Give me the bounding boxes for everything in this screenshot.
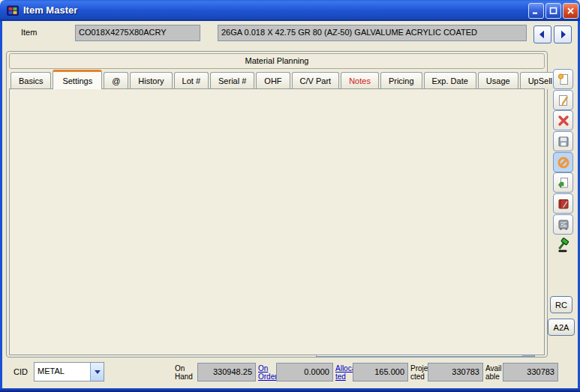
- memo-button[interactable]: [553, 193, 573, 214]
- item-master-window: Item Master Item CO018X4275X80ACRY 26GA …: [0, 0, 580, 392]
- tab-cv-part[interactable]: C/V Part: [292, 72, 340, 89]
- save-icon: [557, 135, 570, 148]
- tab-notes[interactable]: Notes: [341, 72, 379, 89]
- tab-basics[interactable]: Basics: [11, 72, 51, 89]
- tab-bar: Basics Settings @ History Lot # Serial #…: [11, 70, 562, 89]
- minimize-button[interactable]: [528, 3, 544, 19]
- a2a-button[interactable]: A2A: [548, 319, 575, 336]
- panel-header: Material Planning: [9, 53, 545, 69]
- vault-button[interactable]: [553, 214, 573, 235]
- edit-icon: [557, 94, 570, 107]
- close-button[interactable]: [563, 3, 578, 19]
- on-hand-field: 330948.25: [197, 363, 256, 382]
- new-record-button[interactable]: [553, 69, 573, 89]
- delete-record-button[interactable]: [553, 110, 573, 130]
- available-field: 330783: [503, 363, 558, 382]
- tab-history[interactable]: History: [130, 72, 172, 89]
- maximize-icon: [549, 7, 557, 15]
- paste-new-icon: [557, 176, 570, 190]
- on-hand-label: On Hand: [175, 364, 197, 381]
- arrow-left-icon: [536, 28, 548, 40]
- app-icon: [6, 4, 20, 17]
- cid-label: CID: [14, 367, 28, 376]
- write-memo-icon: [557, 197, 570, 211]
- delete-icon: [557, 114, 570, 127]
- on-order-field: 0.0000: [276, 363, 333, 382]
- tab-serial[interactable]: Serial #: [210, 72, 254, 89]
- tab-ohf[interactable]: OHF: [256, 72, 290, 89]
- new-note-icon: [557, 73, 570, 86]
- window-border-bottom: [0, 388, 580, 392]
- item-code-field: CO018X4275X80ACRY: [75, 25, 200, 41]
- cid-combo[interactable]: METAL: [34, 362, 104, 382]
- window-title: Item Master: [23, 4, 77, 16]
- tab-settings[interactable]: Settings: [53, 70, 102, 89]
- item-description-field: 26GA 0.018 X 42.75 GR 80 (AZ-50) GALVALU…: [218, 25, 527, 41]
- minimize-icon: [532, 7, 540, 15]
- gavel-icon: [555, 237, 572, 253]
- cancel-icon: [557, 156, 570, 169]
- tab-pricing[interactable]: Pricing: [380, 72, 422, 89]
- allocated-field: 165.000: [353, 363, 408, 382]
- safe-icon: [557, 218, 570, 232]
- chevron-down-icon[interactable]: [90, 363, 104, 381]
- tab-usage[interactable]: Usage: [478, 72, 518, 89]
- projected-field: 330783: [428, 363, 483, 382]
- title-bar[interactable]: Item Master: [0, 0, 580, 21]
- prev-record-button[interactable]: [533, 25, 551, 43]
- next-record-button[interactable]: [554, 25, 572, 43]
- maximize-button[interactable]: [545, 3, 561, 19]
- build-button[interactable]: [553, 235, 573, 255]
- close-icon: [566, 7, 575, 15]
- item-label: Item: [21, 28, 37, 37]
- tab-at[interactable]: @: [104, 72, 128, 89]
- rc-button[interactable]: RC: [550, 296, 572, 313]
- tab-page-settings: [9, 88, 545, 355]
- save-record-button[interactable]: [553, 131, 573, 151]
- window-border-left: [0, 21, 2, 392]
- copy-record-button[interactable]: [553, 172, 573, 193]
- arrow-right-icon: [557, 28, 569, 40]
- tab-lot[interactable]: Lot #: [174, 72, 209, 89]
- cancel-button[interactable]: [553, 152, 573, 172]
- edit-record-button[interactable]: [553, 90, 573, 110]
- tab-exp-date[interactable]: Exp. Date: [424, 72, 476, 89]
